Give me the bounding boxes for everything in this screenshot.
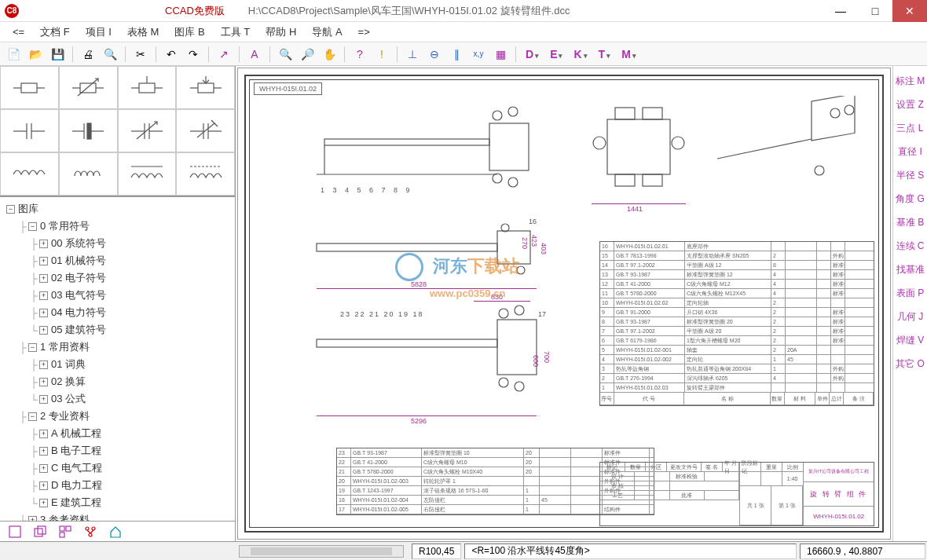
tool-k[interactable]: K▾ xyxy=(569,48,592,60)
home-panel-icon[interactable] xyxy=(108,525,123,539)
menu-document[interactable]: 文档 F xyxy=(32,23,78,42)
menu-project[interactable]: 项目 I xyxy=(78,23,119,42)
expand-icon[interactable]: + xyxy=(39,361,48,369)
rtool-angle[interactable]: 角度 G xyxy=(893,187,927,210)
expand-icon[interactable]: + xyxy=(39,326,48,335)
zoom-out-icon[interactable]: 🔎 xyxy=(297,45,317,64)
tree-dictionary[interactable]: ├+01 词典 xyxy=(6,356,235,373)
text-a-icon[interactable]: A xyxy=(244,45,265,64)
network-panel-icon[interactable] xyxy=(83,525,97,539)
print-preview-icon[interactable]: 🔍 xyxy=(100,45,120,64)
expand-icon[interactable]: + xyxy=(39,430,48,438)
collapse-icon[interactable]: − xyxy=(28,222,37,231)
symbol-capacitor[interactable] xyxy=(0,109,59,152)
symbol-inductor-var[interactable] xyxy=(176,152,235,196)
symbol-inductor-core[interactable] xyxy=(118,152,177,196)
tool-m[interactable]: M▾ xyxy=(617,48,641,60)
tree-common-data[interactable]: ├−1 常用资料 xyxy=(6,339,235,356)
menu-library[interactable]: 图库 B xyxy=(167,23,212,42)
tree-building-eng[interactable]: └+E 建筑工程 xyxy=(6,494,235,511)
tree-conversion[interactable]: ├+02 换算 xyxy=(6,373,235,390)
redo-icon[interactable]: ↷ xyxy=(183,45,203,64)
expand-icon[interactable]: + xyxy=(39,309,48,317)
rtool-other[interactable]: 其它 O xyxy=(893,352,927,375)
close-button[interactable]: ✕ xyxy=(892,0,927,22)
expand-icon[interactable]: + xyxy=(39,274,48,283)
symbol-pot[interactable] xyxy=(176,66,235,109)
tree-power-symbols[interactable]: ├+04 电力符号 xyxy=(6,304,235,321)
rtool-continuous[interactable]: 连续 C xyxy=(893,234,927,258)
rtool-geometry[interactable]: 几何 J xyxy=(893,305,927,328)
expand-icon[interactable]: + xyxy=(39,240,48,248)
tree-reference[interactable]: └+3 参考资料 xyxy=(6,511,235,521)
rtool-surface[interactable]: 表面 P xyxy=(893,281,927,305)
tool-e[interactable]: E▾ xyxy=(545,48,567,60)
rtool-datum[interactable]: 基准 B xyxy=(893,210,927,234)
tree-mech-symbols[interactable]: ├+01 机械符号 xyxy=(6,252,235,269)
new-file-icon[interactable]: 📄 xyxy=(3,45,24,64)
tool-t[interactable]: T▾ xyxy=(594,48,616,60)
tree-formula[interactable]: └+03 公式 xyxy=(6,390,235,408)
symbol-resistor-adj[interactable] xyxy=(118,66,177,109)
tree-electronic-symbols[interactable]: ├+02 电子符号 xyxy=(6,269,235,287)
question-icon[interactable]: ? xyxy=(350,45,370,64)
undo-icon[interactable]: ↶ xyxy=(161,45,181,64)
tree-mechanical-eng[interactable]: ├+A 机械工程 xyxy=(6,425,235,442)
symbol-var-cap[interactable] xyxy=(118,109,177,152)
parallel-icon[interactable]: ∥ xyxy=(446,45,467,64)
symbol-var-resistor[interactable] xyxy=(59,66,118,109)
expand-icon[interactable]: + xyxy=(39,378,48,386)
tree-electrical-symbols[interactable]: ├+03 电气符号 xyxy=(6,287,235,304)
tree-electronic-eng[interactable]: ├+B 电子工程 xyxy=(6,442,235,459)
xy-icon[interactable]: x,y xyxy=(468,45,489,64)
cut-icon[interactable]: ✂ xyxy=(130,45,151,64)
tree-electrical-eng[interactable]: ├+C 电气工程 xyxy=(6,459,235,477)
expand-icon[interactable]: + xyxy=(39,395,48,404)
print-icon[interactable]: 🖨 xyxy=(78,45,98,64)
rtool-diameter[interactable]: 直径 I xyxy=(893,140,927,163)
rtool-annotate[interactable]: 标注 M xyxy=(893,69,927,93)
symbol-inductor2[interactable] xyxy=(59,152,118,196)
menu-back[interactable]: <= xyxy=(5,24,32,40)
tree-system-symbols[interactable]: ├+00 系统符号 xyxy=(6,235,235,252)
menu-forward[interactable]: => xyxy=(350,24,378,40)
rtool-settings[interactable]: 设置 Z xyxy=(893,93,927,116)
collapse-icon[interactable]: − xyxy=(6,205,15,214)
expand-icon[interactable]: + xyxy=(39,499,48,507)
open-folder-icon[interactable]: 📂 xyxy=(25,45,46,64)
horizontal-scrollbar[interactable] xyxy=(239,545,404,558)
symbol-resistor[interactable] xyxy=(0,66,59,109)
library-panel-icon[interactable] xyxy=(8,525,22,539)
expand-icon[interactable]: + xyxy=(39,257,48,265)
tree-common-symbols[interactable]: ├−0 常用符号 xyxy=(6,218,235,235)
tool-d[interactable]: D▾ xyxy=(521,48,544,60)
perp-icon[interactable]: ⊥ xyxy=(402,45,423,64)
drawing-canvas[interactable]: WHYH-015I.01.02 1 3 4 5 6 7 8 9 1441 xyxy=(237,68,891,540)
zoom-in-icon[interactable]: 🔍 xyxy=(275,45,295,64)
rtool-radius[interactable]: 半径 S xyxy=(893,163,927,187)
pan-icon[interactable]: ✋ xyxy=(319,45,339,64)
minimize-button[interactable]: — xyxy=(823,0,858,22)
expand-icon[interactable]: + xyxy=(39,447,48,456)
rtool-3point[interactable]: 三点 L xyxy=(893,116,927,140)
maximize-button[interactable]: □ xyxy=(858,0,892,22)
menu-tools[interactable]: 工具 T xyxy=(213,23,258,42)
collapse-icon[interactable]: − xyxy=(28,343,37,352)
tree-professional[interactable]: ├−2 专业资料 xyxy=(6,408,235,425)
expand-icon[interactable]: + xyxy=(39,291,48,300)
expand-icon[interactable]: + xyxy=(39,464,48,473)
blocks-panel-icon[interactable] xyxy=(58,525,72,539)
tree-building-symbols[interactable]: └+05 建筑符号 xyxy=(6,321,235,339)
tree-power-eng[interactable]: ├+D 电力工程 xyxy=(6,477,235,494)
tree-root[interactable]: −图库 xyxy=(6,200,235,218)
layers-panel-icon[interactable] xyxy=(33,525,47,539)
exclaim-icon[interactable]: ! xyxy=(372,45,392,64)
tangent-icon[interactable]: ⊖ xyxy=(424,45,445,64)
menu-nav[interactable]: 导航 A xyxy=(304,23,350,42)
rtool-weld[interactable]: 焊缝 V xyxy=(893,328,927,352)
rtool-find-datum[interactable]: 找基准 xyxy=(893,258,927,281)
menu-table[interactable]: 表格 M xyxy=(119,23,167,42)
menu-help[interactable]: 帮助 H xyxy=(258,23,304,42)
collapse-icon[interactable]: − xyxy=(28,412,37,421)
symbol-trim-cap[interactable] xyxy=(176,109,235,152)
